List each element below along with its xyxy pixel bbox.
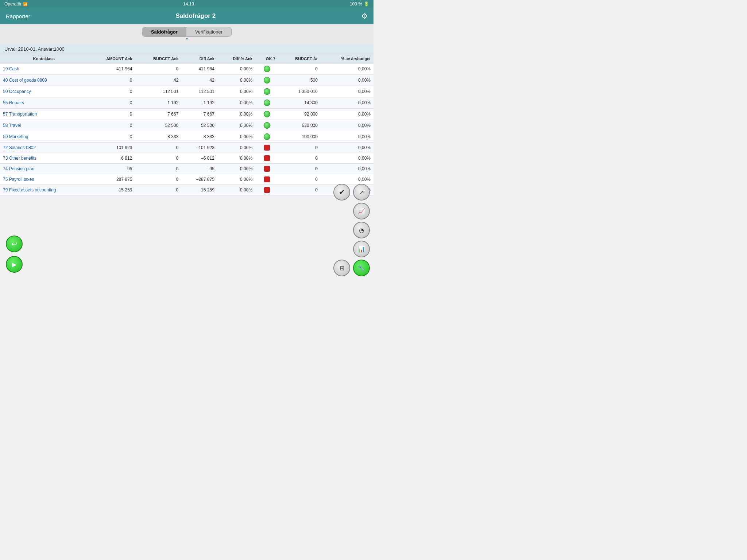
cell-kontoklass[interactable]: 58 Travel [0, 120, 88, 131]
data-table: Kontoklass AMOUNT Ack BUDGET Ack Diff Ac… [0, 54, 374, 195]
cell-budget-ar: 14 300 [278, 97, 321, 109]
battery-icon: 🔋 [364, 1, 369, 7]
pie-chart-button[interactable]: ◔ [353, 222, 370, 238]
share-button[interactable]: ↗ [353, 184, 370, 201]
table-row[interactable]: 55 Repairs01 1921 1920,00%14 3000,00% [0, 97, 374, 109]
col-header-budget-ar: BUDGET År [278, 54, 321, 63]
col-header-diff-ack: Diff Ack [181, 54, 217, 63]
cell-budget-ack: 42 [135, 75, 181, 86]
third-icon-row: ◔ [353, 222, 370, 238]
cell-kontoklass[interactable]: 59 Marketing [0, 131, 88, 143]
bottom-right-buttons: ✔ ↗ 📈 ◔ 📊 ⊞ 🔧 [333, 184, 370, 276]
status-left: Operatör 📶 [4, 1, 27, 7]
check-button[interactable]: ✔ [333, 184, 350, 201]
cell-budget-ack: 0 [135, 143, 181, 153]
cell-diff-pct: 0,00% [217, 97, 255, 109]
table-row[interactable]: 59 Marketing08 3338 3330,00%100 0000,00% [0, 131, 374, 143]
cell-ok [255, 97, 278, 109]
table-row[interactable]: 40 Cost of goods 0803042420,00%5000,00% [0, 75, 374, 86]
col-header-ok: OK ? [255, 54, 278, 63]
bottom-area: ↩ ▶ ✔ ↗ 📈 ◔ 📊 [0, 207, 374, 280]
cell-kontoklass[interactable]: 55 Repairs [0, 97, 88, 109]
ok-red-icon [264, 155, 270, 161]
cell-amount-ack: 101 923 [88, 143, 135, 153]
wrench-button[interactable]: 🔧 [353, 260, 370, 276]
tab-verifikationer[interactable]: Verifikationer [186, 27, 231, 36]
filter-text: Urval: 2010-01, Ansvar:1000 [4, 46, 65, 52]
cell-budget-ack: 0 [135, 185, 181, 195]
forward-nav-button[interactable]: ▶ [6, 256, 23, 273]
cell-pct-arsbudget: 0,00% [321, 131, 374, 143]
table-row[interactable]: 19 Cash–411 9640411 9640,00%00,00% [0, 63, 374, 75]
cell-budget-ack: 0 [135, 63, 181, 75]
cell-kontoklass[interactable]: 57 Transportation [0, 109, 88, 120]
grid-button[interactable]: ⊞ [333, 260, 350, 276]
cell-diff-pct: 0,00% [217, 174, 255, 185]
cell-ok [255, 63, 278, 75]
back-button[interactable]: Rapporter [6, 13, 30, 19]
cell-diff-ack: –95 [181, 164, 217, 174]
col-header-budget-ack: BUDGET Ack [135, 54, 181, 63]
col-header-kontoklass: Kontoklass [0, 54, 88, 63]
cell-diff-ack: 112 501 [181, 86, 217, 97]
cell-kontoklass[interactable]: 19 Cash [0, 63, 88, 75]
cell-budget-ack: 0 [135, 153, 181, 164]
cell-budget-ack: 0 [135, 164, 181, 174]
cell-pct-arsbudget: 0,00% [321, 164, 374, 174]
ok-green-icon [264, 122, 270, 129]
ok-red-icon [264, 145, 270, 151]
cell-kontoklass[interactable]: 75 Payroll taxes [0, 174, 88, 185]
table-row[interactable]: 74 Pension plan950–950,00%00,00% [0, 164, 374, 174]
table-row[interactable]: 58 Travel052 50052 5000,00%630 0000,00% [0, 120, 374, 131]
second-icon-row: 📈 [353, 203, 370, 219]
ok-green-icon [264, 88, 270, 95]
status-bar: Operatör 📶 14:19 100 % 🔋 [0, 0, 374, 8]
chart-line-button[interactable]: 📈 [353, 203, 370, 219]
table-row[interactable]: 79 Fixed assets accounting15 2590–15 259… [0, 185, 374, 195]
cell-kontoklass[interactable]: 79 Fixed assets accounting [0, 185, 88, 195]
cell-ok [255, 153, 278, 164]
back-nav-button[interactable]: ↩ [6, 236, 23, 252]
cell-kontoklass[interactable]: 74 Pension plan [0, 164, 88, 174]
filter-bar: Urval: 2010-01, Ansvar:1000 [0, 44, 374, 54]
cell-ok [255, 109, 278, 120]
cell-diff-ack: 411 964 [181, 63, 217, 75]
nav-bar: Rapporter Saldofrågor 2 ⚙ [0, 8, 374, 24]
cell-budget-ar: 0 [278, 63, 321, 75]
pie-chart-icon: ◔ [359, 227, 364, 234]
cell-kontoklass[interactable]: 72 Salaries 0802 [0, 143, 88, 153]
wrench-icon: 🔧 [358, 265, 365, 272]
data-table-container: Kontoklass AMOUNT Ack BUDGET Ack Diff Ac… [0, 54, 374, 195]
cell-kontoklass[interactable]: 40 Cost of goods 0803 [0, 75, 88, 86]
cell-ok [255, 185, 278, 195]
cell-budget-ack: 8 333 [135, 131, 181, 143]
col-header-amount-ack: AMOUNT Ack [88, 54, 135, 63]
cell-amount-ack: 0 [88, 120, 135, 131]
cell-kontoklass[interactable]: 50 Occupancy [0, 86, 88, 97]
cell-amount-ack: 6 812 [88, 153, 135, 164]
table-row[interactable]: 73 Other benefits6 8120–6 8120,00%00,00% [0, 153, 374, 164]
carrier-label: Operatör [4, 1, 22, 7]
cell-kontoklass[interactable]: 73 Other benefits [0, 153, 88, 164]
tab-saldofragor[interactable]: Saldofrågor [142, 27, 186, 36]
table-row[interactable]: 50 Occupancy0112 501112 5010,00%1 350 01… [0, 86, 374, 97]
back-arrow-icon: ↩ [11, 240, 18, 248]
bottom-left-buttons: ↩ ▶ [6, 236, 23, 273]
table-row[interactable]: 75 Payroll taxes287 8750–287 8750,00%00,… [0, 174, 374, 185]
bar-chart-button[interactable]: 📊 [353, 241, 370, 257]
top-icon-row: ✔ ↗ [333, 184, 370, 201]
cell-diff-pct: 0,00% [217, 63, 255, 75]
col-header-diff-pct: Diff % Ack [217, 54, 255, 63]
cell-budget-ar: 1 350 016 [278, 86, 321, 97]
cell-budget-ack: 7 667 [135, 109, 181, 120]
ok-green-icon [264, 100, 270, 106]
cell-diff-ack: 7 667 [181, 109, 217, 120]
cell-ok [255, 75, 278, 86]
gear-icon[interactable]: ⚙ [361, 12, 368, 20]
cell-diff-pct: 0,00% [217, 131, 255, 143]
cell-diff-ack: 52 500 [181, 120, 217, 131]
table-row[interactable]: 72 Salaries 0802101 9230–101 9230,00%00,… [0, 143, 374, 153]
cell-ok [255, 120, 278, 131]
ok-green-icon [264, 133, 270, 140]
table-row[interactable]: 57 Transportation07 6677 6670,00%92 0000… [0, 109, 374, 120]
